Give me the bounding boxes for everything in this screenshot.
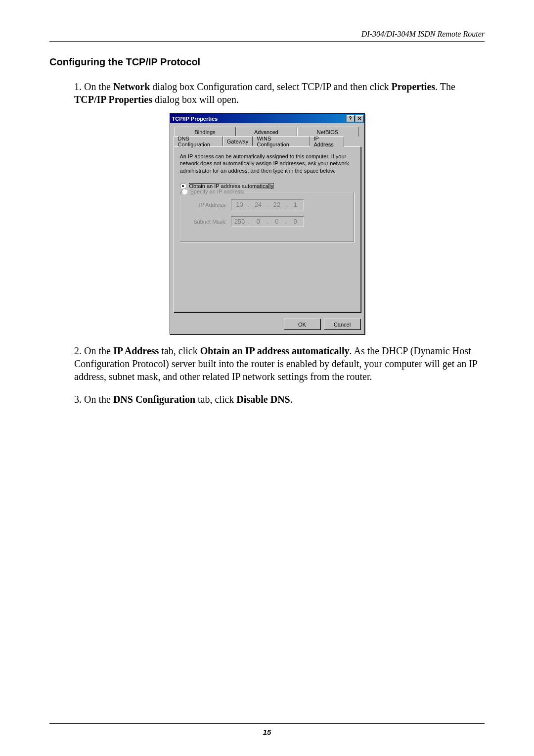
cancel-button[interactable]: Cancel — [324, 319, 361, 330]
header-divider — [49, 41, 485, 42]
mask-octet-3: 0 — [268, 217, 285, 227]
tcpip-properties-dialog: TCP/IP Properties ? ✕ Bindings Advanced … — [170, 113, 365, 334]
text: 1. On the — [74, 81, 113, 92]
dialog-body: Bindings Advanced NetBIOS DNS Configurat… — [170, 123, 364, 316]
radio-group: Obtain an IP address automatically Speci… — [180, 183, 355, 242]
radio-label: Specify an IP address: — [190, 189, 245, 194]
text: . The — [435, 81, 455, 92]
tab-gateway[interactable]: Gateway — [223, 136, 253, 146]
dialog-title: TCP/IP Properties — [172, 116, 218, 122]
running-header: DI-304/DI-304M ISDN Remote Router — [49, 30, 485, 39]
tab-dns-configuration[interactable]: DNS Configuration — [174, 136, 223, 146]
dialog-screenshot: TCP/IP Properties ? ✕ Bindings Advanced … — [49, 113, 485, 334]
text-bold: TCP/IP Properties — [74, 94, 152, 105]
body-content: 2. On the IP Address tab, click Obtain a… — [74, 344, 485, 406]
label-rest: pecify an IP address: — [194, 189, 245, 194]
tab-ip-address[interactable]: IP Address — [310, 136, 344, 147]
text: dialog box Configuration card, select TC… — [150, 81, 391, 92]
text-bold: Obtain an IP address automatically — [200, 345, 350, 356]
tabs-row-front: DNS Configuration Gateway WINS Configura… — [174, 136, 361, 146]
text-bold: Disable DNS — [236, 394, 290, 405]
mask-octet-2: 0 — [250, 217, 267, 227]
ip-octet-3: 22 — [268, 200, 285, 210]
text: . — [290, 394, 293, 405]
tab-panel: An IP address can be automatically assig… — [174, 146, 361, 312]
text-bold: Network — [113, 81, 150, 92]
subnet-mask-row: Subnet Mask: 255 . 0 . 0 . 0 — [186, 216, 348, 227]
mask-octet-4: 0 — [287, 217, 304, 227]
titlebar-buttons: ? ✕ — [347, 115, 363, 122]
tab-netbios[interactable]: NetBIOS — [297, 127, 358, 137]
ip-address-input[interactable]: 10 . 24 . 22 . 1 — [231, 199, 305, 210]
ip-address-row: IP Address: 10 . 24 . 22 . 1 — [186, 199, 348, 210]
description-text: An IP address can be automatically assig… — [180, 153, 355, 174]
text: 3. On the — [74, 394, 113, 405]
close-button[interactable]: ✕ — [356, 115, 363, 122]
section-heading: Configuring the TCP/IP Protocol — [49, 56, 485, 68]
text: tab, click — [195, 394, 236, 405]
radio-unselected-icon — [181, 189, 187, 194]
text-bold: IP Address — [113, 345, 159, 356]
subnet-mask-label: Subnet Mask: — [186, 219, 231, 225]
paragraph-3: 3. On the DNS Configuration tab, click D… — [74, 393, 485, 406]
ip-octet-2: 24 — [250, 200, 267, 210]
dialog-footer: OK Cancel — [170, 316, 364, 334]
text-bold: DNS Configuration — [113, 394, 195, 405]
footer-divider — [49, 723, 485, 724]
body-content: 1. On the Network dialog box Configurati… — [74, 80, 485, 106]
text: 2. On the — [74, 345, 113, 356]
paragraph-1: 1. On the Network dialog box Configurati… — [74, 80, 485, 106]
page-footer: 15 — [49, 723, 485, 736]
radio-dot-icon — [182, 185, 184, 187]
ok-button[interactable]: OK — [284, 319, 321, 330]
subnet-mask-input[interactable]: 255 . 0 . 0 . 0 — [231, 216, 305, 227]
page-number: 15 — [49, 728, 485, 736]
ip-address-label: IP Address: — [186, 202, 231, 208]
mask-octet-1: 255 — [231, 217, 248, 227]
accel-char: S — [190, 189, 194, 194]
text-bold: Properties — [392, 81, 436, 92]
radio-specify-ip[interactable]: Specify an IP address: — [180, 189, 246, 194]
specify-ip-fieldset: Specify an IP address: IP Address: 10 . … — [180, 192, 355, 242]
text: dialog box will open. — [152, 94, 239, 105]
paragraph-2: 2. On the IP Address tab, click Obtain a… — [74, 344, 485, 383]
text: tab, click — [159, 345, 200, 356]
help-button[interactable]: ? — [347, 115, 355, 122]
ip-octet-4: 1 — [287, 200, 304, 210]
ip-octet-1: 10 — [231, 200, 248, 210]
titlebar[interactable]: TCP/IP Properties ? ✕ — [170, 114, 364, 123]
tab-wins-configuration[interactable]: WINS Configuration — [253, 136, 310, 146]
